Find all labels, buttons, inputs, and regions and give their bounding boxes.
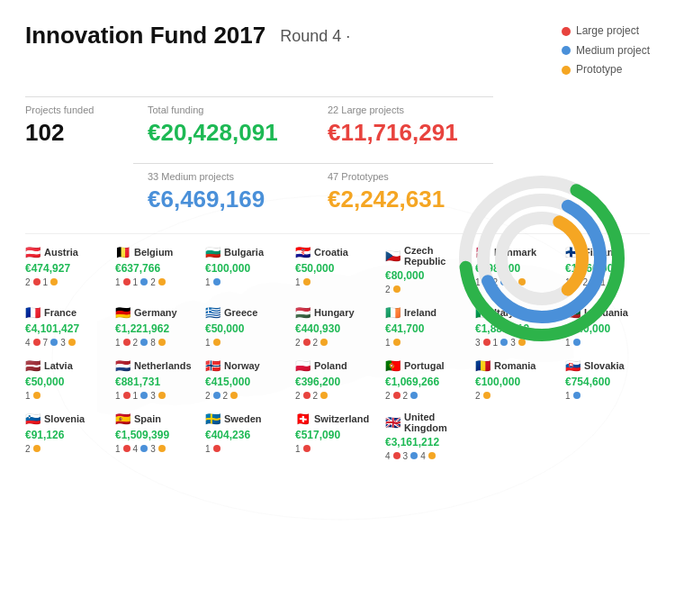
country-flag: 🇧🇪	[115, 245, 130, 259]
country-flag: 🇮🇪	[385, 305, 400, 320]
medium-projects-label: 33 Medium projects	[148, 171, 313, 182]
country-name-label: Spain	[134, 413, 161, 424]
country-amount: €415,000	[205, 376, 290, 388]
projects-funded-stat: Projects funded 102	[25, 96, 133, 154]
country-name-label: Hungary	[314, 307, 355, 318]
large-projects-label: 22 Large projects	[328, 104, 493, 115]
large-dot	[33, 339, 40, 346]
country-amount: €91,126	[25, 429, 110, 441]
country-name: 🇸🇰Slovakia	[565, 358, 650, 373]
medium-dot	[213, 392, 220, 399]
country-name: 🇧🇬Bulgaria	[205, 245, 290, 259]
country-flag: 🇭🇷	[295, 245, 310, 259]
country-card: 🇨🇭Switzerland€517,0901	[295, 412, 380, 461]
country-projects: 1	[25, 391, 110, 401]
country-name-label: Sweden	[224, 413, 262, 424]
country-amount: €404,236	[205, 429, 290, 441]
country-card: 🇸🇪Sweden€404,2361	[205, 412, 290, 461]
country-card: 🇸🇮Slovenia€91,1262	[25, 412, 110, 461]
prototype-dot	[393, 285, 400, 293]
country-projects: 1	[205, 444, 290, 454]
country-projects: 22	[295, 338, 380, 348]
country-name: 🇭🇷Croatia	[295, 245, 380, 259]
country-card: 🇷🇴Romania€100,0002	[475, 358, 560, 401]
country-flag: 🇵🇹	[385, 358, 400, 373]
country-amount: €1,509,399	[115, 429, 200, 441]
country-amount: €396,200	[295, 376, 380, 388]
country-amount: €50,000	[205, 322, 290, 335]
project-count: 7	[43, 338, 49, 348]
country-card: 🇭🇷Croatia€50,0001	[295, 245, 380, 294]
legend-item: Large project	[562, 22, 650, 41]
legend-item: Prototype	[562, 60, 650, 80]
country-flag: 🇬🇷	[205, 305, 220, 320]
legend-item: Medium project	[562, 41, 650, 61]
project-count: 2	[313, 391, 319, 401]
country-flag: 🇫🇷	[25, 305, 40, 320]
large-dot	[303, 445, 310, 452]
project-count: 3	[150, 391, 156, 401]
country-projects: 128	[115, 338, 200, 348]
large-dot	[393, 392, 400, 399]
country-card: 🇩🇪Germany€1,221,962128	[115, 305, 200, 348]
country-projects: 1	[565, 391, 650, 401]
country-name: 🇭🇺Hungary	[295, 305, 380, 320]
country-name-label: Slovenia	[44, 413, 85, 424]
project-count: 2	[25, 444, 31, 454]
project-count: 1	[115, 277, 121, 287]
country-amount: €1,069,266	[385, 376, 470, 388]
project-count: 1	[565, 391, 571, 401]
project-count: 4	[385, 451, 391, 461]
country-name: 🇬🇧United Kingdom	[385, 412, 470, 433]
country-name: 🇳🇴Norway	[205, 358, 290, 373]
country-name-label: Latvia	[44, 360, 73, 371]
country-projects: 1	[205, 277, 290, 287]
prototype-dot	[320, 392, 328, 399]
large-dot	[213, 445, 220, 452]
country-name: 🇩🇪Germany	[115, 305, 200, 320]
country-amount: €517,090	[295, 429, 380, 441]
country-name-label: Bulgaria	[224, 247, 264, 258]
medium-dot	[140, 339, 148, 346]
legend-label: Large project	[576, 22, 639, 41]
prototype-dot	[158, 392, 166, 399]
country-card: 🇸🇰Slovakia€754,6001	[565, 358, 650, 401]
country-flag: 🇸🇪	[205, 412, 220, 426]
country-name-label: France	[44, 307, 76, 318]
country-card: 🇧🇪Belgium€637,766112	[115, 245, 200, 294]
prototype-dot	[68, 339, 76, 346]
country-flag: 🇵🇱	[295, 358, 310, 373]
project-count: 4	[133, 444, 139, 454]
prototype-dot	[230, 392, 238, 399]
country-projects: 434	[385, 451, 470, 461]
country-card: 🇫🇷France€4,101,427473	[25, 305, 110, 348]
project-count: 1	[205, 277, 211, 287]
country-name: 🇸🇮Slovenia	[25, 412, 110, 426]
medium-dot	[213, 278, 220, 285]
country-card: 🇱🇻Latvia€50,0001	[25, 358, 110, 401]
large-dot	[123, 278, 130, 285]
country-flag: 🇳🇴	[205, 358, 220, 373]
country-name: 🇧🇪Belgium	[115, 245, 200, 259]
project-count: 4	[25, 338, 31, 348]
round-label: Round 4 ·	[280, 27, 350, 46]
project-count: 2	[205, 391, 211, 401]
prototype-dot	[303, 278, 310, 285]
country-name: 🇱🇻Latvia	[25, 358, 110, 373]
country-name-label: Austria	[44, 247, 78, 258]
medium-dot	[573, 392, 580, 399]
country-projects: 112	[115, 277, 200, 287]
medium-dot	[140, 445, 148, 452]
project-count: 8	[150, 338, 156, 348]
country-projects: 1	[295, 444, 380, 454]
country-card: 🇵🇱Poland€396,20022	[295, 358, 380, 401]
project-count: 1	[115, 338, 121, 348]
project-count: 1	[133, 277, 139, 287]
project-count: 2	[150, 277, 156, 287]
country-amount: €440,930	[295, 322, 380, 335]
large-dot	[123, 392, 130, 399]
country-card: 🇬🇷Greece€50,0001	[205, 305, 290, 348]
project-count: 1	[205, 444, 211, 454]
country-projects: 22	[295, 391, 380, 401]
country-flag: 🇩🇪	[115, 305, 130, 320]
